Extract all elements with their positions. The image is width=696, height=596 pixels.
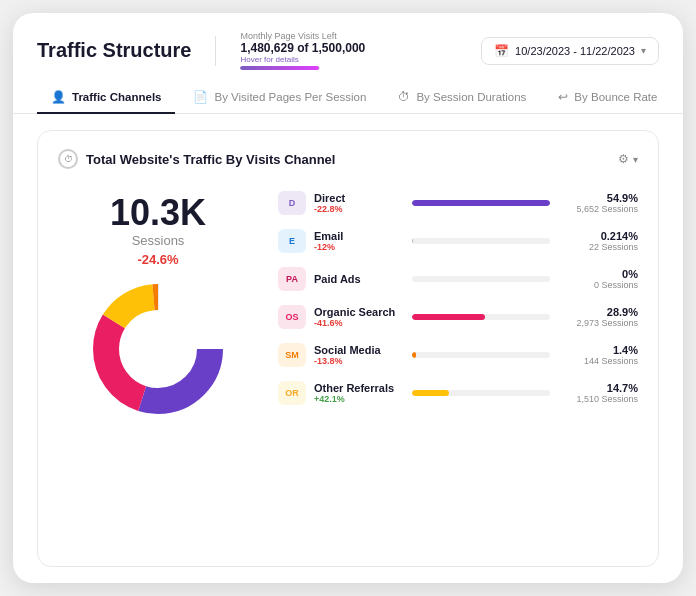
card-title-group: ⏱ Total Website's Traffic By Visits Chan… [58,149,335,169]
filter-chevron-icon: ▾ [633,154,638,165]
channel-badge-organic-search: OS [278,305,306,329]
channel-name-organic-search: Organic Search [314,306,404,318]
channel-name-group-direct: Direct -22.8% [314,192,404,214]
monthly-label: Monthly Page Visits Left [240,31,365,41]
device-frame: Traffic Structure Monthly Page Visits Le… [13,13,683,583]
channel-bar-track-other-referrals [412,390,550,396]
total-change: -24.6% [137,252,178,267]
donut-section: 10.3K Sessions -24.6% [58,185,258,540]
channel-badge-social-media: SM [278,343,306,367]
channel-name-group-organic-search: Organic Search -41.6% [314,306,404,328]
channel-stats-other-referrals: 14.7% 1,510 Sessions [558,382,638,404]
tab-visited-pages-label: By Visited Pages Per Session [214,91,366,103]
tab-bounce-rate-label: By Bounce Rate [574,91,657,103]
channel-name-other-referrals: Other Referrals [314,382,404,394]
channel-stats-organic-search: 28.9% 2,973 Sessions [558,306,638,328]
channel-row-other-referrals: OR Other Referrals +42.1% 14.7% 1,510 Se… [278,375,638,411]
channel-bar-fill-social-media [412,352,416,358]
header: Traffic Structure Monthly Page Visits Le… [13,13,683,70]
svg-point-5 [122,313,194,385]
tab-visited-pages[interactable]: 📄 By Visited Pages Per Session [179,82,380,114]
channel-stats-social-media: 1.4% 144 Sessions [558,344,638,366]
channel-sessions-other-referrals: 1,510 Sessions [558,394,638,404]
chevron-down-icon: ▾ [641,45,646,56]
channel-name-email: Email [314,230,404,242]
channel-row-social-media: SM Social Media -13.8% 1.4% 144 Sessions [278,337,638,373]
card-title: Total Website's Traffic By Visits Channe… [86,152,335,167]
monthly-hint: Hover for details [240,55,365,64]
channel-pct-direct: 54.9% [558,192,638,204]
channel-bar-fill-organic-search [412,314,485,320]
sessions-label: Sessions [132,233,185,248]
date-range-label: 10/23/2023 - 11/22/2023 [515,45,635,57]
channel-row-paid-ads: PA Paid Ads 0% 0 Sessions [278,261,638,297]
channel-stats-email: 0.214% 22 Sessions [558,230,638,252]
channel-bar-track-organic-search [412,314,550,320]
main-content: ⏱ Total Website's Traffic By Visits Chan… [13,114,683,583]
channel-change-organic-search: -41.6% [314,318,404,328]
tab-traffic-channels[interactable]: 👤 Traffic Channels [37,82,175,114]
calendar-icon: 📅 [494,44,509,58]
channel-name-group-paid-ads: Paid Ads [314,273,404,285]
filter-lines-icon: ⚙ [618,152,629,166]
card-title-icon: ⏱ [58,149,78,169]
pages-icon: 📄 [193,90,208,104]
tab-traffic-channels-label: Traffic Channels [72,91,161,103]
channel-pct-email: 0.214% [558,230,638,242]
donut-svg [88,279,228,419]
channel-name-group-social-media: Social Media -13.8% [314,344,404,366]
channel-change-email: -12% [314,242,404,252]
channel-row-direct: D Direct -22.8% 54.9% 5,652 Sessions [278,185,638,221]
channel-bar-track-email [412,238,550,244]
channel-badge-other-referrals: OR [278,381,306,405]
total-sessions-number: 10.3K [110,195,206,231]
channel-bar-fill-email [412,238,413,244]
tab-session-durations-label: By Session Durations [416,91,526,103]
monthly-info: Monthly Page Visits Left 1,480,629 of 1,… [240,31,365,70]
channel-sessions-paid-ads: 0 Sessions [558,280,638,290]
channel-pct-paid-ads: 0% [558,268,638,280]
channel-name-group-email: Email -12% [314,230,404,252]
channel-badge-email: E [278,229,306,253]
channel-name-direct: Direct [314,192,404,204]
filter-button[interactable]: ⚙ ▾ [618,152,638,166]
channel-name-paid-ads: Paid Ads [314,273,404,285]
bounce-icon: ↩ [558,90,568,104]
nav-tabs: 👤 Traffic Channels 📄 By Visited Pages Pe… [13,70,683,114]
channel-bar-track-paid-ads [412,276,550,282]
channel-bar-track-direct [412,200,550,206]
channel-row-email: E Email -12% 0.214% 22 Sessions [278,223,638,259]
channel-sessions-social-media: 144 Sessions [558,356,638,366]
header-divider [215,36,216,66]
traffic-card: ⏱ Total Website's Traffic By Visits Chan… [37,130,659,567]
channel-bar-fill-other-referrals [412,390,449,396]
tab-session-durations[interactable]: ⏱ By Session Durations [384,82,540,114]
channels-list: D Direct -22.8% 54.9% 5,652 Sessions E E… [278,185,638,540]
channel-pct-other-referrals: 14.7% [558,382,638,394]
channel-sessions-email: 22 Sessions [558,242,638,252]
donut-chart [88,279,228,419]
channel-sessions-organic-search: 2,973 Sessions [558,318,638,328]
date-picker[interactable]: 📅 10/23/2023 - 11/22/2023 ▾ [481,37,659,65]
clock-icon: ⏱ [398,90,410,104]
channel-sessions-direct: 5,652 Sessions [558,204,638,214]
channel-name-group-other-referrals: Other Referrals +42.1% [314,382,404,404]
chart-area: 10.3K Sessions -24.6% [58,185,638,540]
channel-change-social-media: -13.8% [314,356,404,366]
channel-change-direct: -22.8% [314,204,404,214]
channel-badge-direct: D [278,191,306,215]
channel-change-other-referrals: +42.1% [314,394,404,404]
channel-badge-paid-ads: PA [278,267,306,291]
tab-bounce-rate[interactable]: ↩ By Bounce Rate [544,82,671,114]
channel-stats-paid-ads: 0% 0 Sessions [558,268,638,290]
monthly-value: 1,480,629 of 1,500,000 [240,41,365,55]
users-icon: 👤 [51,90,66,104]
channel-bar-track-social-media [412,352,550,358]
channel-pct-social-media: 1.4% [558,344,638,356]
channel-name-social-media: Social Media [314,344,404,356]
channel-stats-direct: 54.9% 5,652 Sessions [558,192,638,214]
card-header: ⏱ Total Website's Traffic By Visits Chan… [58,149,638,169]
page-title: Traffic Structure [37,39,191,62]
channel-bar-fill-direct [412,200,550,206]
channel-pct-organic-search: 28.9% [558,306,638,318]
